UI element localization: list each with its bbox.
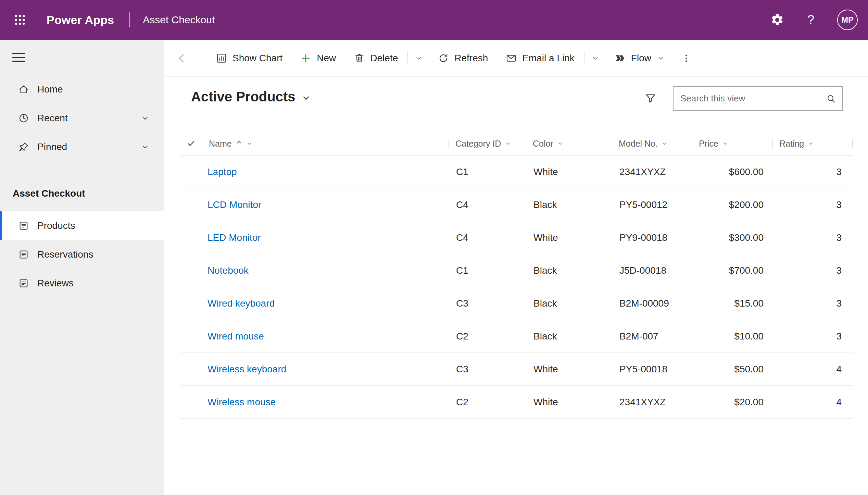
entity-icon (18, 220, 29, 231)
search-icon[interactable] (826, 94, 836, 104)
record-link[interactable]: Laptop (207, 166, 237, 177)
hamburger-icon[interactable] (12, 53, 25, 62)
sidebar-item-label: Reviews (37, 278, 74, 289)
view-selector[interactable]: Active Products (191, 89, 311, 104)
flow-button[interactable]: Flow (606, 40, 674, 76)
chevron-down-icon (557, 140, 564, 147)
settings-gear-icon[interactable] (770, 13, 784, 27)
app-shell: Home Recent Pinned (0, 40, 868, 495)
record-link[interactable]: Notebook (207, 265, 249, 276)
record-link[interactable]: Wireless keyboard (207, 364, 286, 375)
row-select-cell[interactable] (180, 188, 202, 221)
table-row[interactable]: Laptop C1 White 2341XYXZ $600.00 3 (180, 156, 853, 188)
sidebar-nav: Home Recent Pinned (0, 75, 164, 161)
sidebar-item-label: Recent (37, 113, 68, 124)
row-select-cell[interactable] (180, 320, 202, 352)
show-chart-icon (216, 53, 227, 64)
chevron-down-icon[interactable] (141, 143, 150, 151)
cell-color: White (526, 156, 612, 188)
help-icon[interactable]: ? (804, 13, 818, 27)
power-apps-window: Power Apps Asset Checkout ? MP (0, 0, 868, 495)
row-select-cell[interactable] (180, 353, 202, 385)
select-all-header[interactable] (180, 132, 202, 155)
products-grid: Name Category ID Color (180, 132, 853, 419)
record-link[interactable]: Wired keyboard (207, 298, 275, 309)
row-select-cell[interactable] (180, 221, 202, 254)
waffle-icon[interactable] (12, 12, 27, 27)
refresh-button[interactable]: Refresh (429, 40, 497, 76)
row-select-cell[interactable] (180, 287, 202, 320)
chevron-down-icon (301, 93, 311, 103)
table-row[interactable]: Wired mouse C2 Black B2M-007 $10.00 3 (180, 320, 853, 353)
cell-model-no: 2341XYXZ (612, 156, 692, 188)
entity-icon (18, 278, 29, 289)
avatar[interactable]: MP (837, 10, 858, 30)
cell-rating: 3 (772, 287, 853, 320)
sort-ascending-icon (235, 140, 243, 147)
email-a-link-button[interactable]: Email a Link (497, 40, 583, 76)
home-icon (18, 84, 29, 95)
flow-icon (615, 53, 626, 64)
flow-dropdown-chevron-icon[interactable] (657, 54, 665, 62)
row-select-cell[interactable] (180, 156, 202, 188)
column-header-category-id[interactable]: Category ID (449, 132, 526, 155)
chevron-down-icon[interactable] (141, 114, 150, 123)
sidebar-item-products[interactable]: Products (0, 211, 164, 240)
select-all-check-icon (187, 139, 196, 148)
cell-price: $10.00 (692, 320, 772, 352)
sidebar-item-pinned[interactable]: Pinned (0, 133, 164, 161)
cell-color: Black (526, 320, 612, 352)
sidebar-item-label: Reservations (37, 249, 93, 260)
sidebar-item-reviews[interactable]: Reviews (0, 269, 164, 298)
top-bar: Power Apps Asset Checkout ? MP (0, 0, 868, 40)
cell-category-id: C4 (449, 188, 526, 221)
filter-icon[interactable] (644, 92, 657, 104)
sidebar-item-recent[interactable]: Recent (0, 104, 164, 133)
table-row[interactable]: LCD Monitor C4 Black PY5-00012 $200.00 3 (180, 188, 853, 221)
record-link[interactable]: LCD Monitor (207, 199, 261, 210)
email-link-dropdown-chevron-icon[interactable] (585, 54, 606, 62)
cell-color: Black (526, 287, 612, 320)
view-search-box (673, 86, 843, 111)
record-link[interactable]: Wireless mouse (207, 397, 276, 408)
column-header-model-no[interactable]: Model No. (612, 132, 692, 155)
app-brand[interactable]: Power Apps (47, 13, 114, 27)
split-button-divider (407, 51, 408, 65)
column-header-price[interactable]: Price (692, 132, 772, 155)
cell-model-no: J5D-00018 (612, 254, 692, 287)
cell-rating: 3 (772, 254, 853, 287)
cell-rating: 3 (772, 156, 853, 188)
cell-rating: 4 (772, 386, 853, 418)
table-row[interactable]: LED Monitor C4 White PY9-00018 $300.00 3 (180, 221, 853, 254)
topbar-divider (129, 12, 130, 27)
search-input[interactable] (674, 93, 826, 104)
more-commands-button[interactable] (679, 48, 694, 69)
column-header-name[interactable]: Name (202, 132, 449, 155)
view-bar: Active Products (164, 77, 868, 132)
column-header-rating[interactable]: Rating (772, 132, 853, 155)
table-row[interactable]: Notebook C1 Black J5D-00018 $700.00 3 (180, 254, 853, 287)
record-link[interactable]: LED Monitor (207, 232, 261, 243)
sidebar-entities: Products Reservations Reviews (0, 211, 164, 298)
cell-color: Black (526, 188, 612, 221)
table-row[interactable]: Wireless mouse C2 White 2341XYXZ $20.00 … (180, 386, 853, 419)
cell-model-no: PY5-00012 (612, 188, 692, 221)
sidebar-item-reservations[interactable]: Reservations (0, 240, 164, 269)
cell-price: $700.00 (692, 254, 772, 287)
back-chevron-icon[interactable] (174, 51, 189, 66)
pin-icon (18, 141, 29, 152)
row-select-cell[interactable] (180, 386, 202, 418)
table-row[interactable]: Wireless keyboard C3 White PY5-00018 $50… (180, 353, 853, 386)
new-button[interactable]: New (291, 40, 345, 76)
delete-dropdown-chevron-icon[interactable] (408, 54, 429, 62)
column-header-color[interactable]: Color (526, 132, 612, 155)
plus-icon (300, 53, 311, 64)
delete-button[interactable]: Delete (345, 40, 407, 76)
chevron-down-icon (661, 140, 668, 147)
sidebar-item-label: Products (37, 220, 75, 231)
table-row[interactable]: Wired keyboard C3 Black B2M-00009 $15.00… (180, 287, 853, 320)
row-select-cell[interactable] (180, 254, 202, 287)
show-chart-button[interactable]: Show Chart (207, 40, 291, 76)
record-link[interactable]: Wired mouse (207, 331, 264, 342)
sidebar-item-home[interactable]: Home (0, 75, 164, 104)
